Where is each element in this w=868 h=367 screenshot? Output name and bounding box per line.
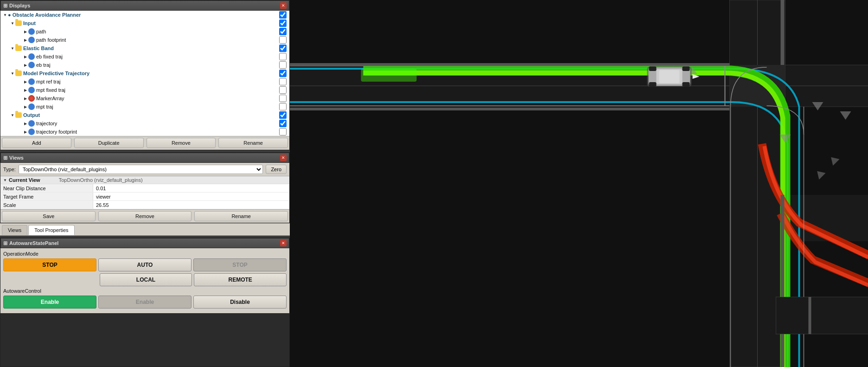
type-row: Type: TopDownOrtho (rviz_default_plugins… <box>0 163 289 176</box>
item-label: mpt traj <box>36 104 279 109</box>
item-label: MarkerArray <box>36 96 279 101</box>
displays-header[interactable]: ⊞ Displays ✕ <box>0 0 289 11</box>
item-checkbox[interactable] <box>279 70 287 77</box>
current-view-label: Current View <box>9 177 40 183</box>
display-icon <box>28 87 35 93</box>
svg-rect-31 <box>290 108 730 110</box>
list-item[interactable]: Model Predictive Trajectory <box>0 69 289 77</box>
autoware-header[interactable]: ⊞ AutowareStatePanel ✕ <box>0 238 289 248</box>
tree-arrow[interactable] <box>10 112 15 118</box>
type-select[interactable]: TopDownOrtho (rviz_default_plugins) <box>19 165 263 174</box>
left-panel: ⊞ Displays ✕ ● Obstacle Avoidance Planne… <box>0 0 290 367</box>
sub-arrow[interactable] <box>23 79 28 84</box>
list-item[interactable]: mpt fixed traj <box>0 86 289 94</box>
stop-active-button[interactable]: STOP <box>3 258 96 271</box>
item-label: mpt fixed traj <box>36 87 279 93</box>
item-checkbox[interactable] <box>279 120 287 127</box>
list-item[interactable]: MarkerArray <box>0 94 289 103</box>
svg-rect-22 <box>659 70 680 83</box>
rename-button[interactable]: Rename <box>194 211 288 221</box>
item-checkbox[interactable] <box>279 86 287 94</box>
tree-arrow[interactable] <box>10 71 15 76</box>
tab-views[interactable]: Views <box>2 225 27 235</box>
item-checkbox[interactable] <box>279 19 287 27</box>
remove-button[interactable]: Remove <box>98 211 192 221</box>
sub-arrow[interactable] <box>23 121 28 126</box>
sub-arrow[interactable] <box>23 62 28 68</box>
sub-arrow[interactable] <box>23 29 28 34</box>
list-item[interactable]: eb fixed traj <box>0 52 289 61</box>
enable-active-button[interactable]: Enable <box>3 296 96 309</box>
svg-rect-25 <box>649 82 657 87</box>
item-checkbox[interactable] <box>279 11 287 19</box>
sub-arrow[interactable] <box>23 87 28 93</box>
add-button[interactable]: Add <box>2 138 71 148</box>
list-item[interactable]: trajectory footprint <box>0 128 289 136</box>
list-item[interactable]: path <box>0 27 289 36</box>
local-button[interactable]: LOCAL <box>100 273 192 286</box>
svg-rect-29 <box>781 0 785 65</box>
property-row: Near Clip Distance 0.01 <box>0 184 289 193</box>
item-checkbox[interactable] <box>279 103 287 110</box>
item-checkbox[interactable] <box>279 53 287 60</box>
prop-value: 26.55 <box>93 201 289 209</box>
list-item[interactable]: ● Obstacle Avoidance Planner <box>0 11 289 19</box>
sub-arrow[interactable] <box>23 129 28 135</box>
item-checkbox[interactable] <box>279 61 287 69</box>
item-checkbox[interactable] <box>279 28 287 35</box>
list-item[interactable]: mpt traj <box>0 103 289 111</box>
item-checkbox[interactable] <box>279 36 287 44</box>
visualization-canvas <box>290 0 868 367</box>
remote-button[interactable]: REMOTE <box>194 273 287 286</box>
views-header[interactable]: ⊞ Views ✕ <box>0 153 289 163</box>
displays-close[interactable]: ✕ <box>280 2 287 9</box>
svg-rect-34 <box>809 297 811 334</box>
auto-button[interactable]: AUTO <box>98 258 191 271</box>
item-checkbox[interactable] <box>279 45 287 52</box>
list-item[interactable]: trajectory <box>0 119 289 128</box>
right-panel <box>290 0 868 367</box>
prop-value: 0.01 <box>93 184 289 192</box>
item-checkbox[interactable] <box>279 111 287 119</box>
type-label: Type: <box>3 167 16 172</box>
autoware-panel: ⊞ AutowareStatePanel ✕ OperationMode STO… <box>0 238 290 367</box>
rename-button[interactable]: Rename <box>218 138 288 148</box>
item-label: trajectory footprint <box>36 129 279 135</box>
item-checkbox[interactable] <box>279 95 287 102</box>
operation-mode-row2: LOCAL REMOTE <box>100 273 287 286</box>
item-checkbox[interactable] <box>279 78 287 85</box>
tree-arrow[interactable] <box>2 12 8 18</box>
list-item[interactable]: Input <box>0 19 289 27</box>
save-button[interactable]: Save <box>2 211 96 221</box>
display-icon <box>28 28 35 35</box>
sub-arrow[interactable] <box>23 104 28 109</box>
tab-tool-properties[interactable]: Tool Properties <box>28 225 74 235</box>
sub-arrow[interactable] <box>23 37 28 43</box>
disable-button[interactable]: Disable <box>193 296 287 309</box>
enable-disabled-button: Enable <box>98 296 191 309</box>
list-item[interactable]: Elastic Band <box>0 44 289 52</box>
duplicate-button[interactable]: Duplicate <box>74 138 144 148</box>
displays-panel: ⊞ Displays ✕ ● Obstacle Avoidance Planne… <box>0 0 290 150</box>
displays-title: Displays <box>9 3 30 8</box>
prop-label: Scale <box>0 201 93 209</box>
svg-rect-33 <box>776 297 868 334</box>
zero-button[interactable]: Zero <box>266 165 287 174</box>
list-item[interactable]: eb traj <box>0 61 289 69</box>
list-item[interactable]: Output <box>0 111 289 119</box>
autoware-close[interactable]: ✕ <box>280 240 287 246</box>
remove-button[interactable]: Remove <box>147 138 216 148</box>
svg-rect-23 <box>649 66 657 71</box>
tree-arrow[interactable] <box>10 20 15 26</box>
list-item[interactable]: path footprint <box>0 36 289 44</box>
tree-arrow[interactable] <box>10 45 15 51</box>
svg-rect-24 <box>683 66 690 71</box>
control-buttons: Enable Enable Disable <box>3 296 287 309</box>
current-view-arrow: ▼ <box>3 178 9 182</box>
item-label: Output <box>23 112 279 118</box>
list-item[interactable]: mpt ref traj <box>0 77 289 86</box>
views-close[interactable]: ✕ <box>280 155 287 161</box>
item-checkbox[interactable] <box>279 128 287 135</box>
sub-arrow[interactable] <box>23 96 28 101</box>
sub-arrow[interactable] <box>23 54 28 59</box>
